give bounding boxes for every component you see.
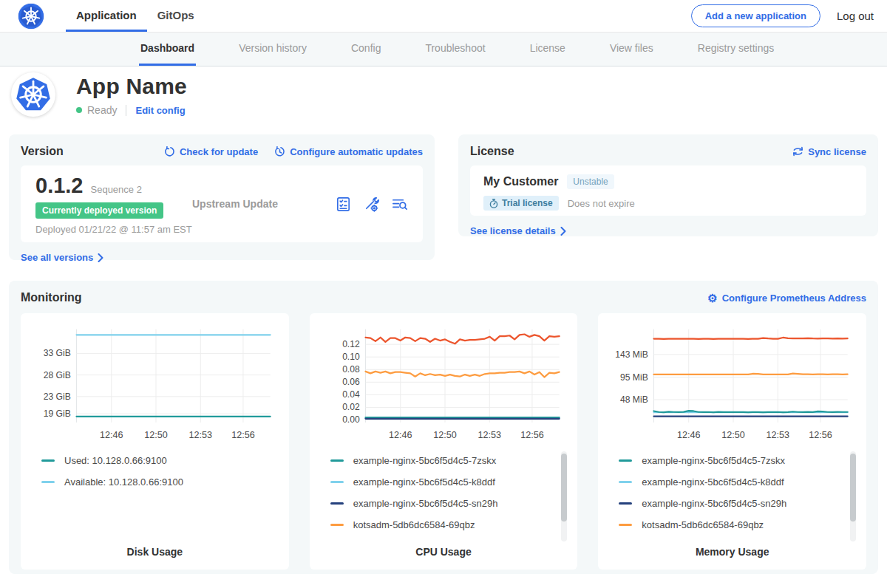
legend-scrollbar[interactable] bbox=[561, 451, 567, 541]
svg-text:0.00: 0.00 bbox=[342, 414, 360, 425]
legend-item: Used: 10.128.0.66:9100 bbox=[41, 450, 279, 471]
svg-text:0.04: 0.04 bbox=[342, 389, 360, 400]
legend-swatch bbox=[330, 502, 344, 505]
chart-title: CPU Usage bbox=[320, 541, 568, 564]
svg-text:12:50: 12:50 bbox=[144, 430, 168, 440]
legend-item: example-nginx-5bc6f5d4c5-sn29h bbox=[619, 493, 856, 514]
svg-text:48 MiB: 48 MiB bbox=[620, 394, 648, 405]
license-expiry: Does not expire bbox=[568, 198, 635, 209]
legend-scrollbar-thumb[interactable] bbox=[561, 454, 567, 522]
legend-item: example-nginx-5bc6f5d4c5-7zskx bbox=[330, 450, 568, 471]
memory-usage-chart-card: 143 MiB95 MiB48 MiB12:4612:5012:5312:56e… bbox=[598, 313, 866, 570]
legend-swatch bbox=[330, 524, 344, 526]
monitoring-title: Monitoring bbox=[21, 291, 82, 304]
svg-text:0.10: 0.10 bbox=[342, 352, 360, 362]
channel-badge: Unstable bbox=[567, 174, 614, 189]
tab-config[interactable]: Config bbox=[350, 33, 382, 66]
legend-item: kotsadm-5db6dc6584-69qbz bbox=[619, 514, 856, 536]
tab-dashboard[interactable]: Dashboard bbox=[139, 33, 196, 66]
logout-button[interactable]: Log out bbox=[837, 10, 874, 22]
sync-arrows-icon bbox=[792, 146, 803, 157]
configure-prometheus-link[interactable]: ⚙ Configure Prometheus Address bbox=[707, 293, 866, 304]
svg-text:12:53: 12:53 bbox=[188, 430, 212, 440]
legend-scrollbar[interactable] bbox=[850, 451, 856, 541]
see-license-details-link[interactable]: See license details bbox=[470, 225, 566, 236]
version-card-title: Version bbox=[21, 145, 64, 158]
svg-text:12:46: 12:46 bbox=[677, 430, 701, 440]
svg-text:12:50: 12:50 bbox=[722, 430, 746, 440]
legend-label: Available: 10.128.0.66:9100 bbox=[64, 476, 183, 488]
chart-title: Disk Usage bbox=[31, 541, 279, 564]
svg-text:0.12: 0.12 bbox=[342, 339, 360, 349]
legend-swatch bbox=[41, 481, 55, 483]
edit-config-link[interactable]: Edit config bbox=[135, 105, 185, 116]
chart-legend: example-nginx-5bc6f5d4c5-7zskxexample-ng… bbox=[320, 450, 568, 541]
check-for-update-link[interactable]: Check for update bbox=[164, 146, 258, 157]
configure-automatic-updates-link[interactable]: Configure automatic updates bbox=[274, 146, 423, 157]
app-sub-navbar: Dashboard Version history Config Trouble… bbox=[0, 33, 887, 66]
legend-item: Available: 10.128.0.66:9100 bbox=[41, 471, 279, 493]
app-header: App Name Ready Edit config bbox=[0, 66, 887, 127]
tab-application[interactable]: Application bbox=[66, 0, 147, 32]
legend-swatch bbox=[41, 459, 55, 462]
svg-text:95 MiB: 95 MiB bbox=[620, 372, 648, 383]
chart-legend: example-nginx-5bc6f5d4c5-7zskxexample-ng… bbox=[608, 450, 856, 541]
svg-text:143 MiB: 143 MiB bbox=[616, 349, 648, 360]
tab-registry-settings[interactable]: Registry settings bbox=[696, 33, 775, 66]
page-title: App Name bbox=[76, 74, 187, 99]
chart-title: Memory Usage bbox=[608, 541, 856, 564]
legend-scrollbar-thumb[interactable] bbox=[850, 454, 856, 522]
legend-item: example-nginx-5bc6f5d4c5-7zskx bbox=[619, 450, 856, 471]
edit-config-icon[interactable] bbox=[363, 196, 380, 213]
view-diff-icon[interactable] bbox=[391, 196, 408, 213]
monitoring-section: Monitoring ⚙ Configure Prometheus Addres… bbox=[9, 281, 878, 574]
divider bbox=[126, 105, 126, 116]
legend-swatch bbox=[619, 524, 632, 526]
svg-text:12:56: 12:56 bbox=[809, 430, 833, 440]
legend-swatch bbox=[330, 481, 344, 483]
tab-license[interactable]: License bbox=[529, 33, 567, 66]
legend-swatch bbox=[330, 459, 344, 462]
svg-text:0.02: 0.02 bbox=[342, 402, 360, 412]
chart-plot: 143 MiB95 MiB48 MiB12:4612:5012:5312:56 bbox=[608, 322, 856, 445]
svg-text:12:56: 12:56 bbox=[231, 430, 255, 440]
customer-name: My Customer bbox=[483, 175, 558, 188]
top-navbar: Application GitOps Add a new application… bbox=[0, 0, 887, 33]
deployed-timestamp: Deployed 01/21/22 @ 11:57 am EST bbox=[35, 224, 192, 235]
legend-label: example-nginx-5bc6f5d4c5-sn29h bbox=[353, 498, 498, 509]
app-icon bbox=[11, 72, 55, 117]
svg-text:0.08: 0.08 bbox=[342, 364, 360, 375]
legend-label: example-nginx-5bc6f5d4c5-7zskx bbox=[353, 455, 497, 466]
refresh-icon bbox=[164, 146, 175, 157]
add-new-application-button[interactable]: Add a new application bbox=[691, 4, 820, 27]
svg-text:28 GiB: 28 GiB bbox=[44, 370, 71, 380]
clock-refresh-icon bbox=[274, 146, 285, 157]
sync-license-link[interactable]: Sync license bbox=[792, 146, 866, 157]
legend-item: example-nginx-5bc6f5d4c5-k8ddf bbox=[619, 471, 856, 493]
chart-legend: Used: 10.128.0.66:9100Available: 10.128.… bbox=[31, 450, 279, 541]
stopwatch-icon bbox=[489, 199, 498, 208]
svg-text:12:50: 12:50 bbox=[433, 430, 457, 440]
chart-plot: 0.120.100.080.060.040.020.0012:4612:5012… bbox=[320, 322, 568, 445]
sequence-label: Sequence 2 bbox=[91, 184, 142, 195]
legend-swatch bbox=[619, 502, 632, 505]
preflight-checks-icon[interactable] bbox=[335, 196, 352, 213]
tab-view-files[interactable]: View files bbox=[608, 33, 655, 66]
tab-gitops[interactable]: GitOps bbox=[147, 0, 205, 32]
version-card: Version Check for update bbox=[9, 134, 435, 260]
tab-version-history[interactable]: Version history bbox=[237, 33, 308, 66]
currently-deployed-badge: Currently deployed version bbox=[35, 202, 163, 219]
svg-text:0.06: 0.06 bbox=[342, 377, 360, 387]
svg-text:19 GiB: 19 GiB bbox=[44, 408, 71, 419]
top-nav-tabs: Application GitOps bbox=[66, 0, 205, 32]
license-card: License Sync license My Custo bbox=[458, 134, 878, 236]
svg-text:12:53: 12:53 bbox=[478, 430, 501, 440]
legend-swatch bbox=[619, 481, 632, 483]
cpu-usage-chart-card: 0.120.100.080.060.040.020.0012:4612:5012… bbox=[310, 313, 578, 570]
see-all-versions-link[interactable]: See all versions bbox=[21, 252, 103, 263]
version-number: 0.1.2 bbox=[35, 174, 84, 198]
tab-troubleshoot[interactable]: Troubleshoot bbox=[424, 33, 486, 66]
legend-label: kotsadm-5db6dc6584-69qbz bbox=[353, 519, 475, 530]
legend-item: example-nginx-5bc6f5d4c5-sn29h bbox=[330, 493, 568, 514]
svg-text:23 GiB: 23 GiB bbox=[44, 392, 71, 402]
